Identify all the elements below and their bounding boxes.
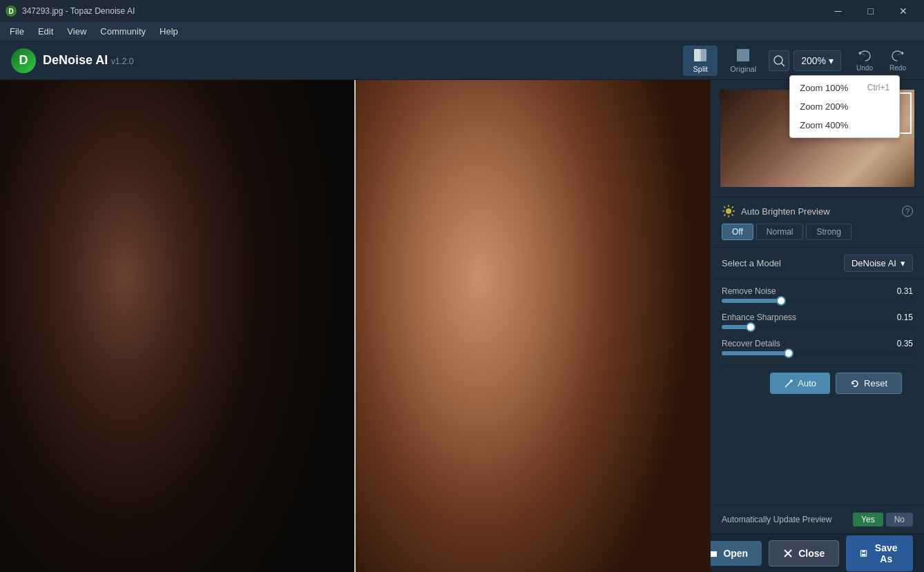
reset-icon bbox=[850, 379, 860, 388]
auto-brighten-label: Auto Brighten Preview bbox=[741, 206, 896, 217]
svg-line-15 bbox=[785, 382, 791, 387]
svg-point-16 bbox=[791, 380, 792, 382]
svg-rect-20 bbox=[863, 550, 865, 552]
split-divider[interactable] bbox=[354, 80, 356, 572]
zoom-icon bbox=[773, 55, 785, 67]
svg-line-13 bbox=[732, 206, 733, 208]
chevron-down-icon: ▾ bbox=[829, 55, 834, 66]
recover-details-header: Recover Details 0.35 bbox=[722, 339, 913, 348]
brighten-normal-button[interactable]: Normal bbox=[756, 224, 804, 240]
zoom-out-button[interactable] bbox=[769, 50, 789, 71]
zoom-selector[interactable]: 200% ▾ bbox=[793, 50, 841, 71]
window-title: 347293.jpg - Topaz Denoise AI bbox=[22, 6, 135, 16]
undo-icon bbox=[858, 49, 872, 63]
remove-noise-value: 0.31 bbox=[897, 286, 913, 296]
model-dropdown[interactable]: DeNoise AI ▾ bbox=[844, 255, 913, 272]
enhance-sharpness-header: Enhance Sharpness 0.15 bbox=[722, 313, 913, 322]
title-bar-left: D 347293.jpg - Topaz Denoise AI bbox=[6, 6, 135, 17]
enhance-sharpness-label: Enhance Sharpness bbox=[722, 313, 796, 322]
remove-noise-label: Remove Noise bbox=[722, 286, 776, 296]
save-as-button[interactable]: Save As bbox=[846, 535, 913, 571]
image-right-panel bbox=[355, 80, 710, 572]
brighten-strong-button[interactable]: Strong bbox=[806, 224, 851, 240]
remove-noise-fill bbox=[722, 299, 781, 303]
svg-line-5 bbox=[782, 63, 785, 66]
auto-button[interactable]: Auto bbox=[770, 373, 830, 394]
app-header: D DeNoise AI v1.2.0 Split Original bbox=[0, 41, 924, 80]
app-name: DeNoise AI bbox=[43, 53, 108, 67]
remove-noise-slider-row: Remove Noise 0.31 bbox=[722, 286, 913, 303]
app-logo: D DeNoise AI v1.2.0 bbox=[11, 48, 134, 73]
minimize-button[interactable]: ─ bbox=[822, 0, 854, 22]
zoom-100-option[interactable]: Zoom 100% Ctrl+1 bbox=[790, 79, 899, 97]
menu-edit[interactable]: Edit bbox=[31, 23, 60, 39]
x-icon bbox=[783, 549, 793, 558]
menu-file[interactable]: File bbox=[3, 23, 31, 39]
undo-button[interactable]: Undo bbox=[849, 46, 880, 76]
update-preview-section: Automatically Update Preview Yes No bbox=[711, 505, 924, 533]
model-section: Select a Model DeNoise AI ▾ bbox=[711, 247, 924, 279]
logo-icon: D bbox=[11, 48, 36, 73]
original-image bbox=[0, 80, 355, 572]
svg-line-11 bbox=[724, 206, 725, 208]
zoom-400-option[interactable]: Zoom 400% bbox=[790, 116, 899, 135]
remove-noise-header: Remove Noise 0.31 bbox=[722, 286, 913, 296]
main-layout: Auto Brighten Preview ? Off Normal Stron… bbox=[0, 80, 924, 572]
split-view-button[interactable]: Split bbox=[683, 46, 718, 76]
menu-bar: File Edit View Community Help bbox=[0, 22, 924, 41]
title-bar: D 347293.jpg - Topaz Denoise AI ─ □ ✕ bbox=[0, 0, 924, 22]
enhance-sharpness-thumb[interactable] bbox=[746, 322, 755, 332]
sliders-section: Remove Noise 0.31 Enhance Sharpness 0.15 bbox=[711, 279, 924, 505]
help-icon[interactable]: ? bbox=[902, 206, 913, 217]
menu-community[interactable]: Community bbox=[93, 23, 153, 39]
yes-button[interactable]: Yes bbox=[853, 513, 883, 526]
auto-brighten-row: Auto Brighten Preview ? bbox=[722, 204, 913, 218]
recover-details-fill bbox=[722, 351, 789, 355]
original-icon bbox=[735, 48, 751, 63]
svg-rect-3 bbox=[737, 49, 749, 61]
action-buttons: Auto Reset bbox=[722, 365, 913, 401]
image-left-panel bbox=[0, 80, 355, 572]
remove-noise-track[interactable] bbox=[722, 299, 913, 303]
window-close-button[interactable]: ✕ bbox=[887, 0, 918, 22]
model-row: Select a Model DeNoise AI ▾ bbox=[722, 255, 913, 272]
canvas-area[interactable] bbox=[0, 80, 710, 572]
model-chevron-icon: ▾ bbox=[901, 258, 905, 268]
zoom-200-option[interactable]: Zoom 200% bbox=[790, 97, 899, 116]
undo-redo-group: Undo Redo bbox=[849, 46, 913, 76]
update-preview-label: Automatically Update Preview bbox=[722, 515, 831, 524]
app-version: v1.2.0 bbox=[111, 57, 134, 66]
remove-noise-thumb[interactable] bbox=[776, 296, 786, 306]
brighten-off-button[interactable]: Off bbox=[722, 224, 753, 240]
enhance-sharpness-track[interactable] bbox=[722, 325, 913, 329]
auto-brighten-section: Auto Brighten Preview ? Off Normal Stron… bbox=[711, 197, 924, 247]
svg-line-14 bbox=[724, 215, 725, 216]
redo-icon bbox=[891, 49, 905, 63]
svg-rect-0 bbox=[694, 49, 700, 61]
title-bar-controls: ─ □ ✕ bbox=[822, 0, 918, 22]
redo-button[interactable]: Redo bbox=[883, 46, 913, 76]
right-panel: Auto Brighten Preview ? Off Normal Stron… bbox=[710, 80, 924, 572]
recover-details-label: Recover Details bbox=[722, 339, 780, 348]
recover-details-value: 0.35 bbox=[897, 339, 913, 348]
open-button[interactable]: Open bbox=[710, 541, 762, 566]
svg-point-6 bbox=[726, 208, 731, 214]
folder-icon bbox=[710, 548, 718, 559]
denoised-image bbox=[355, 80, 710, 572]
original-view-button[interactable]: Original bbox=[726, 46, 760, 76]
menu-help[interactable]: Help bbox=[153, 23, 185, 39]
svg-rect-1 bbox=[701, 49, 706, 61]
recover-details-thumb[interactable] bbox=[784, 348, 793, 358]
no-button[interactable]: No bbox=[886, 513, 913, 526]
sun-icon bbox=[722, 204, 735, 218]
reset-button[interactable]: Reset bbox=[836, 373, 902, 394]
bottom-bar: Open Close Save As bbox=[711, 533, 924, 572]
maximize-button[interactable]: □ bbox=[855, 0, 886, 22]
save-icon bbox=[860, 548, 867, 559]
yes-no-group: Yes No bbox=[853, 513, 913, 526]
wand-icon bbox=[784, 379, 793, 388]
menu-view[interactable]: View bbox=[60, 23, 93, 39]
close-button[interactable]: Close bbox=[769, 540, 839, 566]
zoom-dropdown: Zoom 100% Ctrl+1 Zoom 200% Zoom 400% bbox=[789, 75, 900, 138]
recover-details-track[interactable] bbox=[722, 351, 913, 355]
